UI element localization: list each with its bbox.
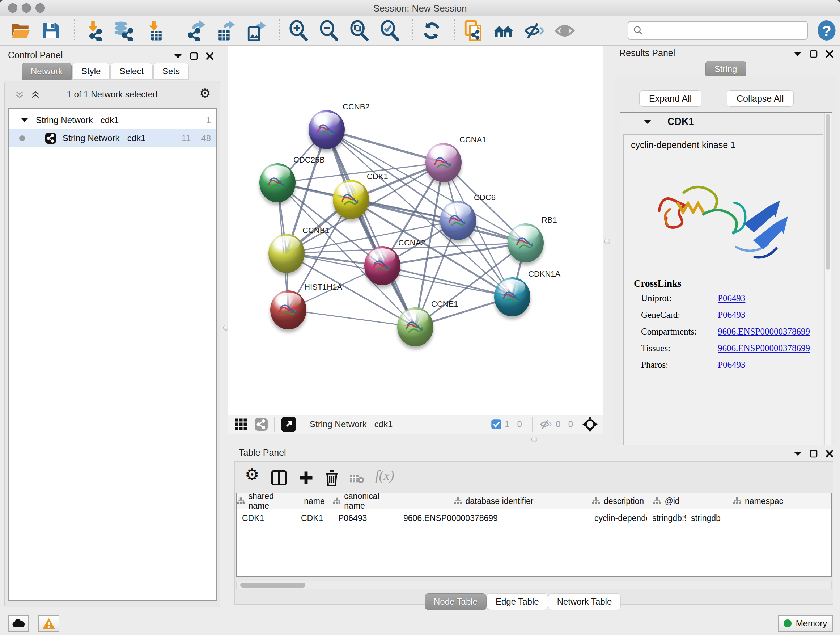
table-row[interactable]: CDK1CDK1P064939606.ENSP00000378699cyclin… <box>237 510 831 526</box>
table-cell[interactable]: CDK1 <box>237 510 296 526</box>
tab-node-table[interactable]: Node Table <box>425 593 486 610</box>
tab-network-table[interactable]: Network Table <box>548 593 621 610</box>
help-button[interactable]: ? <box>817 19 837 41</box>
bottom-splitter-handle[interactable] <box>531 437 537 442</box>
hide-selected-eye-icon[interactable] <box>524 20 545 41</box>
table-cell[interactable]: stringdb:9... <box>647 510 686 526</box>
panel-menu-icon[interactable] <box>794 51 802 57</box>
network-node-hist1h1a[interactable] <box>270 290 306 329</box>
tab-network[interactable]: Network <box>22 63 72 80</box>
zoom-out-icon[interactable] <box>318 20 339 41</box>
expand-all-button[interactable]: Expand All <box>639 90 701 107</box>
network-node-ccnb2[interactable] <box>309 110 345 149</box>
crosslink-value-link[interactable]: P06493 <box>718 360 745 370</box>
network-node-rb1[interactable] <box>508 223 544 263</box>
string-network-icon <box>45 133 56 144</box>
close-panel-icon[interactable] <box>826 450 834 458</box>
table-cell[interactable]: P06493 <box>333 510 398 526</box>
import-table-icon[interactable] <box>143 20 164 41</box>
network-node-cdc6[interactable] <box>440 201 476 240</box>
network-options-gear-icon[interactable]: ⚙ <box>199 86 211 101</box>
show-all-houses-icon[interactable] <box>493 20 515 41</box>
detach-view-icon[interactable] <box>281 417 296 432</box>
import-network-icon[interactable] <box>82 20 103 41</box>
table-options-gear-icon[interactable]: ⚙ <box>245 465 259 484</box>
delete-column-icon[interactable] <box>325 470 339 486</box>
network-canvas[interactable]: CCNB2CCNA1CDC25BCDK1CDC6RB1CCNB1CCNA2CDK… <box>228 46 603 415</box>
results-scrollbar[interactable] <box>824 113 831 459</box>
apply-layout-icon[interactable] <box>421 20 442 41</box>
panel-menu-icon[interactable] <box>174 54 182 59</box>
column-header-namespac[interactable]: namespac <box>686 494 831 509</box>
column-header-description[interactable]: description <box>589 494 647 509</box>
warnings-button[interactable] <box>38 615 59 632</box>
export-network-icon[interactable] <box>185 20 206 41</box>
table-cell[interactable]: CDK1 <box>296 510 333 526</box>
column-header-canonical-name[interactable]: canonical name <box>333 494 398 509</box>
network-node-cdkn1a[interactable] <box>494 277 531 317</box>
float-panel-icon[interactable] <box>810 450 818 458</box>
network-edge[interactable] <box>327 130 415 327</box>
float-panel-icon[interactable] <box>190 52 198 60</box>
column-header-shared-name[interactable]: shared name <box>237 494 296 509</box>
export-image-icon[interactable] <box>246 20 267 41</box>
column-header-database-identifier[interactable]: database identifier <box>398 494 589 509</box>
network-node-ccnb1[interactable] <box>268 234 305 273</box>
table-cell[interactable]: cyclin-dependent ... <box>589 510 647 526</box>
float-panel-icon[interactable] <box>810 50 818 58</box>
right-splitter-handle[interactable] <box>605 239 610 244</box>
close-panel-icon[interactable] <box>826 50 834 58</box>
column-header--id[interactable]: @id <box>647 494 686 509</box>
import-network-database-icon[interactable] <box>113 20 134 41</box>
network-collection-row[interactable]: String Network - cdk1 1 <box>9 111 216 129</box>
column-header-name[interactable]: name <box>296 494 333 509</box>
tab-string[interactable]: String <box>706 61 746 78</box>
crosslink-value-link[interactable]: P06493 <box>718 310 745 320</box>
crosslink-value-link[interactable]: 9606.ENSP00000378699 <box>718 343 810 353</box>
network-row-selected[interactable]: String Network - cdk1 11 48 <box>9 129 216 147</box>
collapse-all-button[interactable]: Collapse All <box>727 90 794 107</box>
table-cell[interactable]: 9606.ENSP00000378699 <box>398 510 589 526</box>
show-columns-icon[interactable] <box>271 470 287 486</box>
crosslink-value-link[interactable]: P06493 <box>718 293 745 303</box>
selected-checkbox-icon[interactable] <box>491 419 502 430</box>
tab-sets[interactable]: Sets <box>153 63 189 80</box>
panel-menu-icon[interactable] <box>794 451 802 456</box>
tab-edge-table[interactable]: Edge Table <box>486 593 548 610</box>
grid-view-icon[interactable] <box>234 418 248 431</box>
network-view-icon[interactable] <box>255 418 268 431</box>
search-input[interactable] <box>647 25 803 35</box>
network-node-cdc25b[interactable] <box>259 163 295 203</box>
results-scrollbar-thumb[interactable] <box>826 114 830 270</box>
show-hidden-eye-icon[interactable] <box>554 20 575 41</box>
network-node-ccna2[interactable] <box>364 246 401 285</box>
tab-select[interactable]: Select <box>111 63 153 80</box>
title-bar: Session: New Session <box>0 0 840 16</box>
export-table-icon[interactable] <box>216 20 237 41</box>
save-session-icon[interactable] <box>41 20 62 41</box>
table-scrollbar-thumb[interactable] <box>240 583 305 587</box>
create-column-icon[interactable] <box>298 470 314 486</box>
zoom-in-icon[interactable] <box>288 20 309 41</box>
close-panel-icon[interactable] <box>206 52 214 60</box>
memory-button[interactable]: Memory <box>778 615 833 632</box>
network-node-cdk1[interactable] <box>333 180 369 219</box>
network-edge[interactable] <box>288 310 415 327</box>
window-title: Session: New Session <box>0 3 840 14</box>
crosslink-value-link[interactable]: 9606.ENSP00000378699 <box>718 326 810 337</box>
zoom-fit-icon[interactable] <box>349 20 370 41</box>
cloud-status-button[interactable] <box>8 615 29 632</box>
network-node-ccna1[interactable] <box>425 143 462 182</box>
collection-expand-icon[interactable] <box>21 118 28 122</box>
network-node-ccne1[interactable] <box>397 307 433 347</box>
collapse-section-icon[interactable] <box>644 119 652 124</box>
zoom-selected-icon[interactable] <box>379 20 400 41</box>
birds-eye-view-icon[interactable] <box>582 416 598 432</box>
search-field[interactable] <box>628 21 808 40</box>
tab-style[interactable]: Style <box>73 63 110 80</box>
table-horizontal-scrollbar[interactable] <box>236 581 832 589</box>
clone-network-icon[interactable] <box>463 20 484 41</box>
table-cell[interactable]: stringdb <box>686 510 831 526</box>
open-session-icon[interactable] <box>10 20 31 41</box>
protein-section-header[interactable]: CDK1 <box>621 112 832 131</box>
